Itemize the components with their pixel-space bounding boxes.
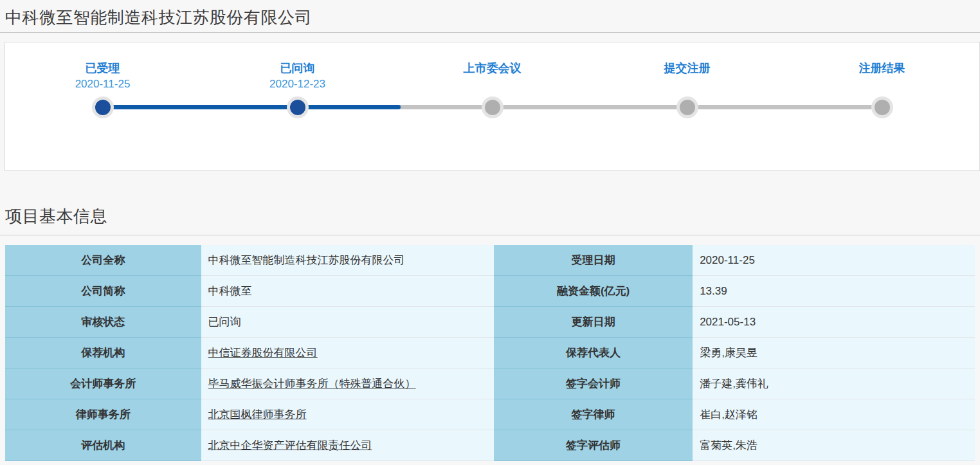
row-label-update-date: 更新日期 [494,307,693,338]
accounting-firm-link[interactable]: 毕马威华振会计师事务所（特殊普通合伙） [208,376,416,391]
row-value-appraisal-agency: 北京中企华资产评估有限责任公司 [201,430,494,461]
row-label-financing-amount: 融资金额(亿元) [494,276,693,307]
cell-text: 已问询 [208,315,241,329]
row-value-sponsor-representatives: 梁勇,康昊昱 [693,338,975,369]
section-header: 项目基本信息 [0,171,980,235]
row-label-acceptance-date: 受理日期 [494,245,693,276]
row-label-signing-accountants: 签字会计师 [494,369,693,399]
row-label-company-full-name: 公司全称 [5,245,201,276]
row-value-company-short-name: 中科微至 [201,276,494,307]
row-value-accounting-firm: 毕马威华振会计师事务所（特殊普通合伙） [201,369,494,399]
stage-date [785,77,979,92]
row-value-sponsor: 中信证券股份有限公司 [201,338,494,369]
stage-label: 上市委会议 [395,60,590,77]
cell-text: 2020-11-25 [700,254,755,267]
row-label-law-firm: 律师事务所 [5,399,201,430]
timeline-stations: 已受理 2020-11-25 已问询 2020-12-23 上市委会议 提交注册… [5,42,979,170]
sponsor-link[interactable]: 中信证券股份有限公司 [208,345,318,360]
timeline-stage-inquired: 已问询 2020-12-23 [200,42,395,170]
row-value-signing-accountants: 潘子建,龚伟礼 [693,369,975,399]
page-header: 中科微至智能制造科技江苏股份有限公司 [0,0,980,33]
row-value-acceptance-date: 2020-11-25 [693,245,975,276]
timeline-stage-accepted: 已受理 2020-11-25 [5,42,200,170]
timeline-dot-done [95,100,111,115]
timeline-dot-pending [680,100,695,115]
law-firm-link[interactable]: 北京国枫律师事务所 [208,407,307,422]
cell-text: 富菊英,朱浩 [700,438,758,453]
row-label-signing-appraisers: 签字评估师 [494,430,693,461]
timeline-dot-pending [875,100,890,115]
project-basic-info-table: 公司全称 中科微至智能制造科技江苏股份有限公司 受理日期 2020-11-25 … [5,245,975,461]
section-title: 项目基本信息 [5,205,975,227]
cell-text: 13.39 [700,285,727,298]
page-title: 中科微至智能制造科技江苏股份有限公司 [5,6,975,29]
stage-date [395,77,590,92]
timeline-dot-done [290,100,305,115]
row-value-review-status: 已问询 [201,307,494,338]
table-row: 保荐机构 中信证券股份有限公司 保荐代表人 梁勇,康昊昱 [5,338,975,369]
row-value-law-firm: 北京国枫律师事务所 [201,399,494,430]
row-label-accounting-firm: 会计师事务所 [5,369,201,399]
table-row: 公司简称 中科微至 融资金额(亿元) 13.39 [5,276,975,307]
timeline-stage-submit-registration: 提交注册 [590,42,785,170]
timeline-stage-committee-meeting: 上市委会议 [395,42,590,170]
row-label-review-status: 审核状态 [5,307,201,338]
ipo-status-timeline: 已受理 2020-11-25 已问询 2020-12-23 上市委会议 提交注册… [5,42,980,171]
cell-text: 梁勇,康昊昱 [700,345,758,360]
cell-text: 2021-05-13 [700,316,756,329]
stage-date: 2020-11-25 [5,77,200,92]
row-label-appraisal-agency: 评估机构 [5,430,201,461]
table-row: 律师事务所 北京国枫律师事务所 签字律师 崔白,赵泽铭 [5,399,975,430]
row-value-signing-appraisers: 富菊英,朱浩 [693,430,975,461]
timeline-stage-registration-result: 注册结果 [785,42,979,170]
row-label-sponsor: 保荐机构 [5,338,201,369]
appraisal-agency-link[interactable]: 北京中企华资产评估有限责任公司 [208,438,372,453]
row-value-signing-lawyers: 崔白,赵泽铭 [693,399,975,430]
table-row: 审核状态 已问询 更新日期 2021-05-13 [5,307,975,338]
row-value-financing-amount: 13.39 [693,276,975,307]
table-row: 评估机构 北京中企华资产评估有限责任公司 签字评估师 富菊英,朱浩 [5,430,975,461]
row-label-signing-lawyers: 签字律师 [494,399,693,430]
cell-text: 潘子建,龚伟礼 [700,376,768,391]
cell-text: 崔白,赵泽铭 [700,407,758,422]
cell-text: 中科微至智能制造科技江苏股份有限公司 [208,253,405,268]
stage-date [590,77,785,92]
table-row: 会计师事务所 毕马威华振会计师事务所（特殊普通合伙） 签字会计师 潘子建,龚伟礼 [5,369,975,399]
timeline-dot-pending [485,100,500,115]
stage-label: 提交注册 [590,60,785,77]
stage-label: 注册结果 [785,60,979,77]
row-value-update-date: 2021-05-13 [693,307,975,338]
row-label-sponsor-representatives: 保荐代表人 [494,338,693,369]
row-value-company-full-name: 中科微至智能制造科技江苏股份有限公司 [201,245,494,276]
stage-label: 已问询 [200,60,395,77]
stage-date: 2020-12-23 [200,77,395,92]
row-label-company-short-name: 公司简称 [5,276,201,307]
cell-text: 中科微至 [208,284,252,298]
table-row: 公司全称 中科微至智能制造科技江苏股份有限公司 受理日期 2020-11-25 [5,245,975,276]
stage-label: 已受理 [5,60,200,77]
